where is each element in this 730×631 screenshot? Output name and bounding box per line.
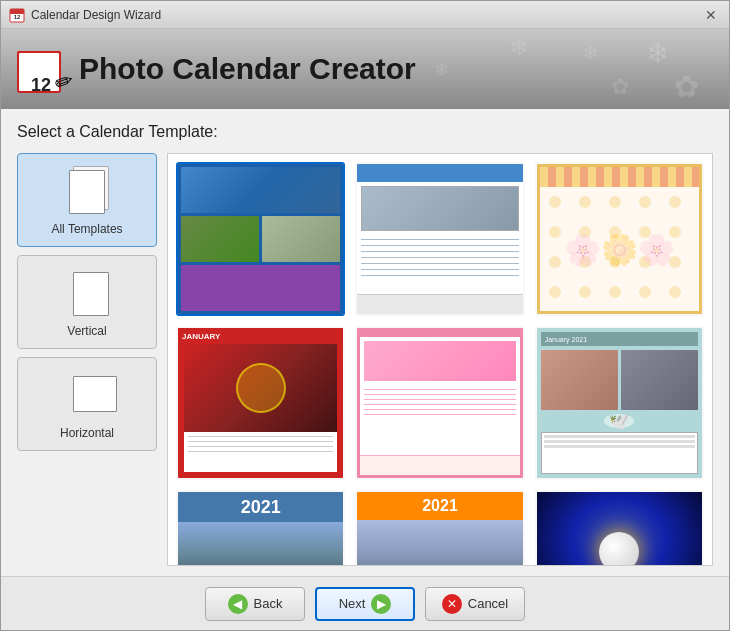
- back-icon: ◀: [228, 594, 248, 614]
- template-preview-3: 🌸🌼🌸: [537, 164, 702, 314]
- bottom-bar: ◀ Back Next ▶ ✕ Cancel: [1, 576, 729, 630]
- section-title: Select a Calendar Template:: [17, 123, 713, 141]
- next-icon: ▶: [371, 594, 391, 614]
- template-preview-1: [178, 164, 343, 314]
- template-grid-scroll[interactable]: 🌸🌼🌸 JANUARY: [168, 154, 712, 565]
- template-preview-5: [357, 328, 522, 478]
- title-bar: 12 Calendar Design Wizard ✕: [1, 1, 729, 29]
- next-label: Next: [339, 596, 366, 611]
- back-label: Back: [254, 596, 283, 611]
- template-item-3[interactable]: 🌸🌼🌸: [535, 162, 704, 316]
- template-preview-7: 2021 January: [178, 492, 343, 565]
- snowflake-decoration: ❄: [509, 34, 529, 62]
- template-preview-2: [357, 164, 522, 314]
- snowflake-decoration: ❄: [434, 59, 449, 81]
- template-preview-8: 2021 January: [357, 492, 522, 565]
- main-content: Select a Calendar Template: All Template…: [1, 109, 729, 576]
- sidebar-item-horizontal[interactable]: Horizontal: [17, 357, 157, 451]
- next-button[interactable]: Next ▶: [315, 587, 415, 621]
- template-item-7[interactable]: 2021 January: [176, 490, 345, 565]
- template-item-2[interactable]: [355, 162, 524, 316]
- template-grid: 🌸🌼🌸 JANUARY: [176, 162, 704, 565]
- template-preview-6: January 2021 🕊️: [537, 328, 702, 478]
- vertical-icon: [65, 266, 109, 318]
- title-bar-text: Calendar Design Wizard: [31, 8, 701, 22]
- close-button[interactable]: ✕: [701, 5, 721, 25]
- horizontal-icon: [65, 368, 109, 420]
- sidebar-item-label-vertical: Vertical: [67, 324, 106, 338]
- template-item-4[interactable]: JANUARY: [176, 326, 345, 480]
- cancel-button[interactable]: ✕ Cancel: [425, 587, 525, 621]
- template-preview-9: 2021: [537, 492, 702, 565]
- svg-text:12: 12: [14, 14, 21, 20]
- sidebar-item-label-horizontal: Horizontal: [60, 426, 114, 440]
- floral-decoration: ✿: [674, 69, 699, 104]
- template-item-9[interactable]: 2021: [535, 490, 704, 565]
- cancel-icon: ✕: [442, 594, 462, 614]
- floral-decoration: ✿: [611, 74, 629, 100]
- template-item-8[interactable]: 2021 January: [355, 490, 524, 565]
- app-title: Photo Calendar Creator: [79, 52, 416, 86]
- sidebar-item-label-all: All Templates: [51, 222, 122, 236]
- template-item-1[interactable]: [176, 162, 345, 316]
- app-icon: 12: [9, 7, 25, 23]
- template-preview-4: JANUARY: [178, 328, 343, 478]
- template-item-5[interactable]: [355, 326, 524, 480]
- soccer-ball: [599, 532, 639, 565]
- snowflake-decoration: ❄: [646, 37, 669, 70]
- header-banner: ❄ ❄ ❄ ✿ ✿ ❄ 12 ✏ Photo Calendar Creator: [1, 29, 729, 109]
- sidebar-item-all[interactable]: All Templates: [17, 153, 157, 247]
- template-grid-container: 🌸🌼🌸 JANUARY: [167, 153, 713, 566]
- calendar-icon: 12 ✏: [17, 43, 67, 95]
- sidebar: All Templates Vertical Horizontal: [17, 153, 157, 566]
- back-button[interactable]: ◀ Back: [205, 587, 305, 621]
- cancel-label: Cancel: [468, 596, 508, 611]
- all-templates-icon: [65, 164, 109, 216]
- snowflake-decoration: ❄: [582, 41, 599, 65]
- template-item-6[interactable]: January 2021 🕊️: [535, 326, 704, 480]
- main-window: 12 Calendar Design Wizard ✕ ❄ ❄ ❄ ✿ ✿ ❄ …: [0, 0, 730, 631]
- sidebar-item-vertical[interactable]: Vertical: [17, 255, 157, 349]
- content-area: All Templates Vertical Horizontal: [17, 153, 713, 566]
